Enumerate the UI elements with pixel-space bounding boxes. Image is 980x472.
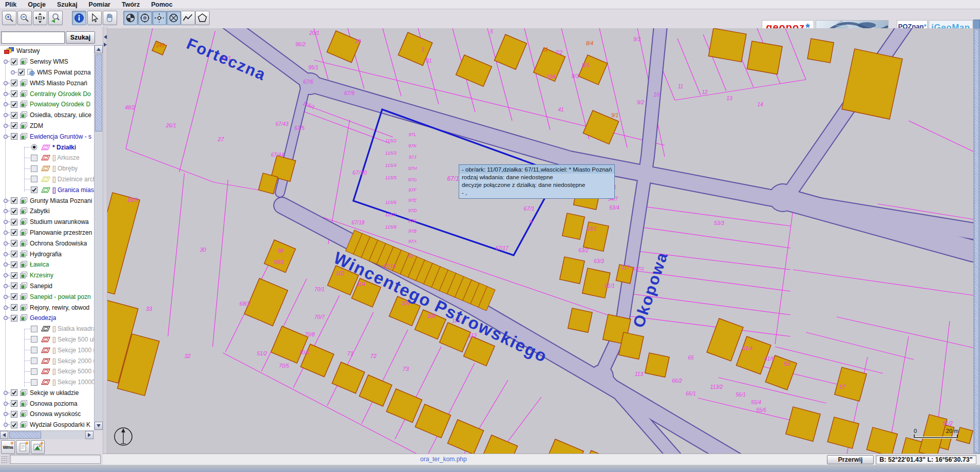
expander-icon[interactable] xyxy=(3,305,11,311)
expander-icon[interactable] xyxy=(3,422,11,428)
layer-checkbox[interactable] xyxy=(11,80,18,86)
layer-row-25[interactable]: Geodezja xyxy=(0,313,94,324)
info-button[interactable] xyxy=(72,11,86,25)
hand-button[interactable] xyxy=(103,11,117,25)
layer-checkbox[interactable] xyxy=(31,186,39,193)
expander-icon[interactable] xyxy=(3,101,11,107)
expander-icon[interactable] xyxy=(3,315,11,321)
zoom-previous-button[interactable] xyxy=(48,11,63,25)
layer-checkbox[interactable] xyxy=(31,379,39,386)
select-button[interactable] xyxy=(87,11,102,25)
layer-checkbox[interactable] xyxy=(11,240,18,247)
polyline-button[interactable] xyxy=(181,11,195,25)
expander-icon[interactable] xyxy=(3,198,11,204)
search-input[interactable] xyxy=(1,31,65,44)
layer-row-11[interactable]: [] Obręby xyxy=(0,163,94,174)
expander-icon[interactable] xyxy=(3,411,11,417)
layer-checkbox[interactable] xyxy=(11,133,18,140)
add-document-layer-button[interactable]: + xyxy=(16,440,30,454)
layer-checkbox[interactable] xyxy=(11,411,18,418)
menu-item-pomiar[interactable]: Pomiar xyxy=(89,1,110,8)
layer-checkbox[interactable] xyxy=(31,326,39,332)
add-map-layer-button[interactable]: + xyxy=(31,440,45,454)
menu-item-pomoc[interactable]: Pomoc xyxy=(151,1,173,8)
layer-row-3[interactable]: WMS Miasto Poznań xyxy=(0,78,94,88)
menu-item-szukaj[interactable]: Szukaj xyxy=(57,1,78,8)
layer-checkbox[interactable] xyxy=(18,69,26,75)
menu-item-tworz[interactable]: Twórz xyxy=(122,1,140,8)
layer-row-16[interactable]: Studium uwarunkowa xyxy=(0,217,94,228)
layer-checkbox[interactable] xyxy=(11,219,18,225)
expander-icon[interactable] xyxy=(3,261,11,268)
layer-row-17[interactable]: Planowanie przestrzen xyxy=(0,228,94,238)
map-view[interactable]: 20/196/295/1293315117/28/49/38/58/328/16… xyxy=(107,28,973,454)
target-x-button[interactable] xyxy=(166,11,181,25)
layer-checkbox[interactable] xyxy=(11,293,18,300)
menu-item-opcje[interactable]: Opcje xyxy=(28,1,46,8)
scroll-up-button[interactable] xyxy=(95,45,103,53)
layer-row-5[interactable]: Powiatowy Ośrodek D xyxy=(0,99,94,110)
layer-checkbox[interactable] xyxy=(11,229,18,236)
target-rings-button[interactable] xyxy=(138,11,152,25)
layer-row-8[interactable]: Ewidencja Gruntów - s xyxy=(0,131,94,142)
expander-icon[interactable] xyxy=(3,401,11,407)
layer-checkbox[interactable] xyxy=(11,101,18,108)
radio-button[interactable] xyxy=(31,144,39,150)
expander-icon[interactable] xyxy=(3,80,11,86)
layer-checkbox[interactable] xyxy=(11,389,18,396)
menu-item-plik[interactable]: Plik xyxy=(5,1,16,8)
tree-horizontal-scrollbar[interactable] xyxy=(0,430,94,439)
expander-icon[interactable] xyxy=(3,230,11,236)
layer-row-33[interactable]: Osnowa pozioma xyxy=(0,398,94,409)
scroll-right-button[interactable] xyxy=(85,431,93,439)
layer-row-10[interactable]: [] Arkusze xyxy=(0,153,94,163)
expander-icon[interactable] xyxy=(3,208,11,214)
layer-checkbox[interactable] xyxy=(11,304,18,311)
scroll-thumb[interactable] xyxy=(974,29,979,452)
layer-row-27[interactable]: [] Sekcje 500 uk xyxy=(0,334,94,345)
layer-row-14[interactable]: Grunty Miasta Poznani xyxy=(0,195,94,206)
expander-icon[interactable] xyxy=(3,251,11,257)
layer-row-20[interactable]: Ławica xyxy=(0,259,94,270)
layer-row-12[interactable]: [] Dzielnice arch xyxy=(0,174,94,185)
collapse-left-icon[interactable] xyxy=(104,35,107,39)
layer-row-2[interactable]: WMS Powiat pozna xyxy=(0,67,94,78)
layer-checkbox[interactable] xyxy=(11,197,18,204)
layer-row-7[interactable]: ZDM xyxy=(0,121,94,131)
layer-row-24[interactable]: Rejony, rewiry, obwod xyxy=(0,302,94,313)
layer-row-6[interactable]: Osiedla, obszary, ulice xyxy=(0,110,94,121)
expander-icon[interactable] xyxy=(3,283,11,289)
pan-button[interactable] xyxy=(33,11,47,25)
layer-checkbox[interactable] xyxy=(11,251,18,257)
scroll-thumb[interactable] xyxy=(9,431,41,439)
layer-row-29[interactable]: [] Sekcje 2000 u xyxy=(0,355,94,366)
layer-checkbox[interactable] xyxy=(11,112,18,119)
layer-row-1[interactable]: Serwisy WMS xyxy=(0,56,94,67)
expander-icon[interactable] xyxy=(3,134,11,140)
search-button[interactable]: Szukaj xyxy=(66,31,95,44)
layer-row-31[interactable]: [] Sekcje 10000 xyxy=(0,377,94,388)
expander-icon[interactable] xyxy=(3,390,11,396)
layer-row-19[interactable]: Hydrografia xyxy=(0,249,94,259)
layer-row-28[interactable]: [] Sekcje 1000 u xyxy=(0,345,94,355)
map-canvas[interactable]: 20/196/295/1293315117/28/49/38/58/328/16… xyxy=(107,28,973,454)
layer-checkbox[interactable] xyxy=(11,422,18,428)
expander-icon[interactable] xyxy=(3,123,11,129)
layer-checkbox[interactable] xyxy=(11,282,18,289)
layer-checkbox[interactable] xyxy=(11,59,18,65)
scroll-down-button[interactable] xyxy=(95,422,103,430)
expander-icon[interactable] xyxy=(3,240,11,247)
layer-row-23[interactable]: Sanepid - powiat pozn xyxy=(0,291,94,302)
layer-row-35[interactable]: Wydział Gospodarki K xyxy=(0,420,94,430)
expand-right-icon[interactable] xyxy=(104,43,107,47)
tree-vertical-scrollbar[interactable] xyxy=(94,45,103,430)
layer-checkbox[interactable] xyxy=(31,336,39,343)
cancel-button[interactable]: Przerwij xyxy=(827,455,874,464)
layer-row-18[interactable]: Ochrona Środowiska xyxy=(0,238,94,249)
layer-checkbox[interactable] xyxy=(31,347,39,353)
layer-checkbox[interactable] xyxy=(31,155,39,161)
layer-checkbox[interactable] xyxy=(31,368,39,375)
layer-checkbox[interactable] xyxy=(11,90,18,97)
layer-row-0[interactable]: Warstwy xyxy=(0,46,94,56)
layer-row-34[interactable]: Osnowa wysokośc xyxy=(0,409,94,420)
